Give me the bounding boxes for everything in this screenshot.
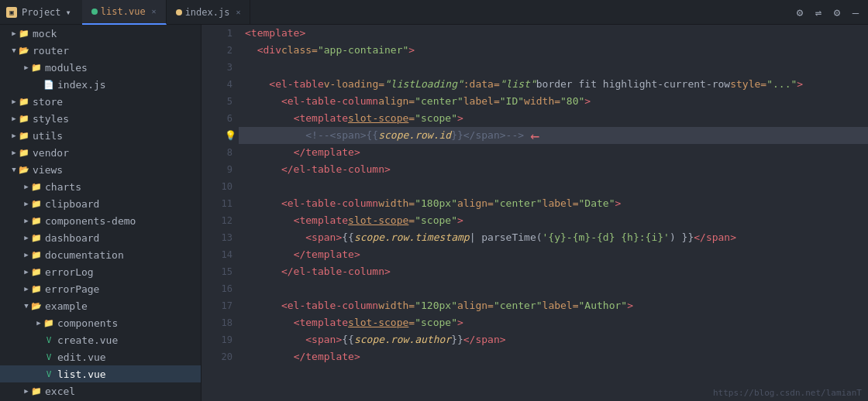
sidebar-label: create.vue	[57, 334, 118, 346]
code-token: label=	[463, 93, 500, 110]
code-line-3	[239, 59, 868, 76]
sidebar-label: charts	[45, 181, 81, 193]
folder-icon: 📂	[31, 300, 42, 311]
code-token	[245, 42, 257, 59]
code-token: </template>	[294, 348, 360, 365]
sidebar-item-vendor[interactable]: ▶ 📁 vendor	[0, 144, 201, 161]
tab-index-js[interactable]: index.js ✕	[167, 0, 251, 25]
sidebar-item-example[interactable]: ▼ 📂 example	[0, 297, 201, 314]
sidebar-label: dashboard	[45, 232, 99, 244]
sidebar-item-errorpage[interactable]: ▶ 📁 errorPage	[0, 280, 201, 297]
code-token: width=	[378, 195, 415, 212]
code-token: <el-table-column	[281, 297, 378, 314]
sidebar-label: store	[33, 96, 63, 108]
sidebar-item-clipboard[interactable]: ▶ 📁 clipboard	[0, 195, 201, 212]
folder-icon: 📁	[31, 283, 42, 294]
sidebar-label: components-demo	[45, 215, 136, 227]
sidebar-item-components-demo[interactable]: ▶ 📁 components-demo	[0, 212, 201, 229]
line-num-3: 3	[208, 59, 232, 76]
tab-index-js-label: index.js	[185, 7, 230, 18]
sidebar-item-excel[interactable]: ▶ 📁 excel	[0, 382, 201, 399]
code-token: <!--<span>{{	[305, 127, 378, 144]
arrow-icon: ←	[530, 128, 539, 143]
code-token: scope.row.timestamp	[354, 229, 470, 246]
code-token: align=	[378, 93, 415, 110]
code-token: align=	[457, 297, 494, 314]
folder-arrow-icon: ▶	[9, 29, 19, 38]
code-token	[245, 161, 281, 178]
settings-icon[interactable]: ⚙	[794, 6, 806, 19]
folder-arrow-icon: ▶	[9, 114, 19, 123]
tab-close-icon[interactable]: ✕	[152, 7, 157, 15]
code-token: "center"	[494, 195, 542, 212]
code-line-12: <template slot-scope = "scope" >	[239, 212, 868, 229]
js-file-icon: 📄	[43, 79, 54, 90]
code-token: v-loading=	[324, 76, 384, 93]
code-token	[245, 348, 294, 365]
code-line-11: <el-table-column width= "180px" align= "…	[239, 195, 868, 212]
code-line-5: <el-table-column align= "center" label= …	[239, 93, 868, 110]
code-line-15: </el-table-column>	[239, 263, 868, 280]
code-token: <template	[294, 314, 348, 331]
folder-icon: 📂	[19, 164, 29, 175]
sidebar-item-documentation[interactable]: ▶ 📁 documentation	[0, 246, 201, 263]
sidebar-label: list.vue	[57, 368, 106, 380]
sidebar-item-utils[interactable]: ▶ 📁 utils	[0, 127, 201, 144]
sidebar-label: views	[33, 164, 63, 176]
sidebar-label: index.js	[57, 79, 106, 91]
sidebar-item-charts[interactable]: ▶ 📁 charts	[0, 178, 201, 195]
code-token: class=	[281, 42, 318, 59]
code-line-13: <span> {{ scope.row.timestamp | parseTim…	[239, 229, 868, 246]
line-num-17: 17	[208, 297, 232, 314]
sidebar-item-modules[interactable]: ▶ 📁 modules	[0, 59, 201, 76]
code-token	[245, 110, 294, 127]
folder-icon: 📁	[43, 317, 54, 328]
code-token: scope.row.author	[354, 331, 451, 348]
folder-icon: 📁	[31, 181, 42, 192]
tab-close-js-icon[interactable]: ✕	[236, 8, 240, 16]
sidebar-item-store[interactable]: ▶ 📁 store	[0, 93, 201, 110]
code-editor[interactable]: 1 2 3 4 5 6 7 8 9 10 11 12 13 14 15 16 1…	[202, 25, 868, 401]
code-token: "list"	[500, 76, 536, 93]
project-label: Project	[22, 7, 61, 18]
line-num-15: 15	[208, 263, 232, 280]
code-line-16	[239, 280, 868, 297]
sidebar-item-views[interactable]: ▼ 📂 views	[0, 161, 201, 178]
folder-arrow-icon: ▶	[22, 284, 31, 293]
tab-list-vue[interactable]: list.vue ✕	[82, 0, 167, 25]
code-token: <span>	[305, 229, 342, 246]
sidebar-item-components[interactable]: ▶ 📁 components	[0, 314, 201, 331]
folder-icon: 📁	[19, 96, 29, 107]
sidebar-item-errorlog[interactable]: ▶ 📁 errorLog	[0, 263, 201, 280]
editor-tabs: list.vue ✕ index.js ✕	[82, 0, 251, 25]
sidebar-label: styles	[33, 113, 69, 125]
folder-arrow-icon: ▶	[22, 386, 31, 396]
sidebar-item-dashboard[interactable]: ▶ 📁 dashboard	[0, 229, 201, 246]
sidebar-item-styles[interactable]: ▶ 📁 styles	[0, 110, 201, 127]
code-token	[245, 263, 281, 280]
sidebar-item-edit-vue[interactable]: ▶ V edit.vue	[0, 348, 201, 365]
code-token: label=	[542, 195, 579, 212]
code-token: "180px"	[415, 195, 457, 212]
sidebar-item-router[interactable]: ▼ 📂 router	[0, 42, 201, 59]
code-token: }}	[451, 331, 463, 348]
sidebar-item-list-vue[interactable]: ▶ V list.vue	[0, 365, 201, 382]
gear-icon[interactable]: ⚙	[831, 6, 843, 19]
code-token: <template>	[245, 25, 305, 42]
code-token: slot-scope	[348, 110, 408, 127]
folder-arrow-icon: ▶	[22, 63, 31, 72]
folder-icon: 📁	[31, 232, 42, 243]
code-line-18: <template slot-scope = "scope" >	[239, 314, 868, 331]
code-token	[245, 127, 305, 144]
project-dropdown[interactable]: ▾	[66, 7, 71, 18]
sidebar-label: vendor	[33, 147, 69, 159]
sidebar-item-create-vue[interactable]: ▶ V create.vue	[0, 331, 201, 348]
sidebar-item-index-js[interactable]: ▶ 📄 index.js	[0, 76, 201, 93]
split-icon[interactable]: ⇌	[812, 6, 825, 19]
sidebar-item-mock[interactable]: ▶ 📁 mock	[0, 25, 201, 42]
minimize-icon[interactable]: —	[849, 6, 862, 19]
code-token: <el-table-column	[281, 195, 378, 212]
code-token	[245, 76, 269, 93]
code-token: align=	[457, 195, 494, 212]
project-section: ▣ Project ▾	[6, 7, 71, 18]
